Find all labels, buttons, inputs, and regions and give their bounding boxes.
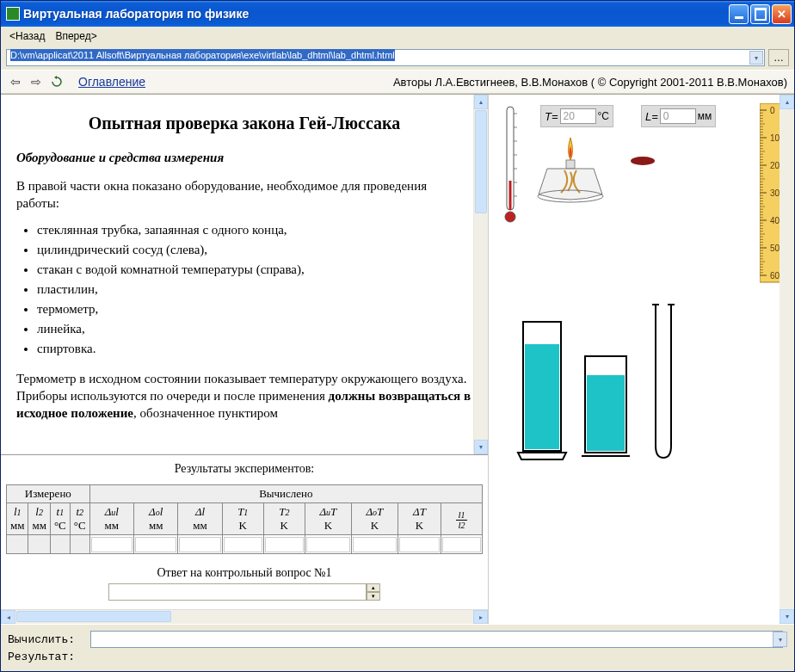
length-readout: L= мм	[641, 105, 716, 127]
table-col-header: Δlмм	[178, 503, 222, 535]
table-col-header: Δиlмм	[89, 503, 133, 535]
scroll-up-icon[interactable]: ▴	[474, 95, 488, 109]
table-input[interactable]	[179, 537, 220, 552]
svg-text:60: 60	[770, 271, 780, 281]
nav-toolbar: ⇦ ⇨ Оглавление Авторы Л.А.Евстигнеев, В.…	[1, 70, 794, 94]
table-cell[interactable]	[178, 535, 222, 554]
table-input[interactable]	[306, 537, 350, 552]
table-cell[interactable]	[441, 535, 483, 554]
right-scrollbar[interactable]: ▴ ▾	[780, 95, 794, 624]
table-input[interactable]	[399, 537, 440, 552]
svg-text:30: 30	[770, 188, 780, 198]
table-input[interactable]	[91, 537, 132, 552]
table-col-header: l1мм	[7, 503, 28, 535]
app-window: Виртуальная лаборатория по физике <Назад…	[0, 0, 795, 672]
table-cell[interactable]	[222, 535, 263, 554]
table-col-header: T2K	[263, 503, 305, 535]
calc-input[interactable]	[90, 631, 783, 648]
list-item: линейка,	[37, 320, 472, 338]
intro-text: В правой части окна показано оборудовани…	[16, 177, 472, 213]
list-item: термометр,	[37, 300, 472, 318]
table-col-header: Δоlмм	[134, 503, 178, 535]
app-icon	[6, 7, 20, 21]
menu-back[interactable]: <Назад	[4, 28, 50, 44]
address-dropdown-icon[interactable]: ▾	[749, 51, 763, 65]
scroll-up-icon[interactable]: ▴	[780, 95, 794, 109]
equipment-list: стеклянная трубка, запаянная с одного ко…	[37, 221, 472, 358]
temperature-value[interactable]	[560, 108, 596, 124]
forward-arrow-icon[interactable]: ⇨	[28, 74, 44, 89]
close-button[interactable]	[772, 4, 792, 24]
menu-forward[interactable]: Вперед>	[50, 28, 102, 44]
scroll-left-icon[interactable]: ◂	[1, 610, 15, 624]
length-value[interactable]	[660, 108, 696, 124]
results-table: Измерено Вычислено l1ммl2ммt1°Ct2°CΔиlмм…	[6, 484, 483, 554]
control-question-label: Ответ на контрольный вопрос №1	[6, 566, 483, 580]
table-cell	[70, 535, 89, 554]
minimize-button[interactable]	[729, 4, 749, 24]
col-group-measured: Измерено	[7, 485, 90, 503]
window-title: Виртуальная лаборатория по физике	[23, 7, 729, 21]
toc-link[interactable]: Оглавление	[78, 75, 145, 89]
list-item: стакан с водой комнатной температуры (сп…	[37, 261, 472, 279]
results-title: Результаты экспериментов:	[6, 462, 483, 476]
equipment-heading: Оборудование и средства измерения	[16, 151, 472, 165]
table-input[interactable]	[265, 537, 304, 552]
test-tube-icon[interactable]	[649, 301, 678, 465]
svg-point-2	[505, 212, 515, 222]
left-scrollbar[interactable]: ▴ ▾	[473, 95, 488, 454]
burner-icon[interactable]	[532, 131, 609, 217]
bottom-panel: Вычислить: ▾ Результат:	[1, 624, 794, 671]
table-cell	[28, 535, 50, 554]
table-cell[interactable]	[305, 535, 351, 554]
table-cell[interactable]	[89, 535, 133, 554]
answer-spinner[interactable]: ▴▾	[367, 583, 380, 601]
list-item: цилиндрический сосуд (слева),	[37, 241, 472, 259]
table-input[interactable]	[353, 537, 397, 552]
svg-text:10: 10	[770, 133, 780, 143]
result-label: Результат:	[8, 650, 85, 663]
simulation-pane: T= °C L= мм	[489, 95, 794, 624]
calc-dropdown-icon[interactable]: ▾	[773, 632, 787, 647]
tall-cylinder-icon[interactable]	[515, 318, 570, 465]
list-item: стеклянная трубка, запаянная с одного ко…	[37, 221, 472, 239]
left-hscrollbar[interactable]: ◂ ▸	[1, 609, 488, 624]
menubar: <Назад Вперед>	[1, 27, 794, 46]
svg-rect-82	[525, 344, 559, 449]
scroll-down-icon[interactable]: ▾	[780, 609, 794, 624]
thermometer-icon[interactable]	[501, 103, 520, 232]
left-pane: Опытная проверка закона Гей-Люссака Обор…	[1, 95, 489, 624]
scroll-thumb[interactable]	[475, 110, 487, 213]
table-cell[interactable]	[263, 535, 305, 554]
table-input[interactable]	[224, 537, 262, 552]
go-button[interactable]: …	[768, 49, 789, 66]
svg-rect-84	[587, 375, 625, 451]
paragraph: Термометр в исходном состоянии показывае…	[16, 370, 472, 422]
table-col-header: ΔиTK	[305, 503, 351, 535]
content-area: Опытная проверка закона Гей-Люссака Обор…	[1, 94, 794, 624]
refresh-icon[interactable]	[49, 74, 65, 89]
back-arrow-icon[interactable]: ⇦	[8, 74, 23, 89]
table-col-header: l1l2	[441, 503, 483, 535]
maximize-button[interactable]	[750, 4, 770, 24]
hscroll-thumb[interactable]	[16, 611, 171, 622]
table-cell[interactable]	[134, 535, 178, 554]
control-answer-input[interactable]	[108, 583, 367, 601]
scroll-down-icon[interactable]: ▾	[474, 440, 488, 454]
svg-text:40: 40	[770, 216, 780, 225]
svg-text:50: 50	[770, 244, 780, 253]
table-col-header: ΔTK	[398, 503, 441, 535]
table-input[interactable]	[442, 537, 481, 552]
short-glass-icon[interactable]	[580, 353, 632, 461]
table-col-header: t1°C	[50, 503, 70, 535]
calc-label: Вычислить:	[8, 633, 85, 646]
svg-rect-10	[566, 160, 575, 169]
table-input[interactable]	[135, 537, 176, 552]
plasticine-icon[interactable]	[631, 157, 655, 165]
address-bar: D:\vm\applicat\2011 Allsoft\Виртуальная …	[1, 46, 794, 70]
scroll-right-icon[interactable]: ▸	[473, 610, 488, 624]
address-input[interactable]: D:\vm\applicat\2011 Allsoft\Виртуальная …	[6, 49, 765, 66]
table-cell[interactable]	[398, 535, 441, 554]
table-col-header: ΔоTK	[351, 503, 398, 535]
table-cell[interactable]	[351, 535, 398, 554]
